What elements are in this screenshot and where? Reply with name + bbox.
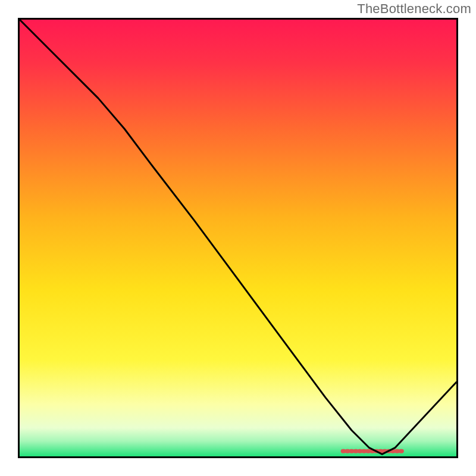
plot-area	[18, 18, 458, 458]
watermark-text: TheBottleneck.com	[357, 1, 471, 17]
chart-svg	[20, 20, 456, 456]
chart-stage: TheBottleneck.com	[0, 0, 476, 476]
